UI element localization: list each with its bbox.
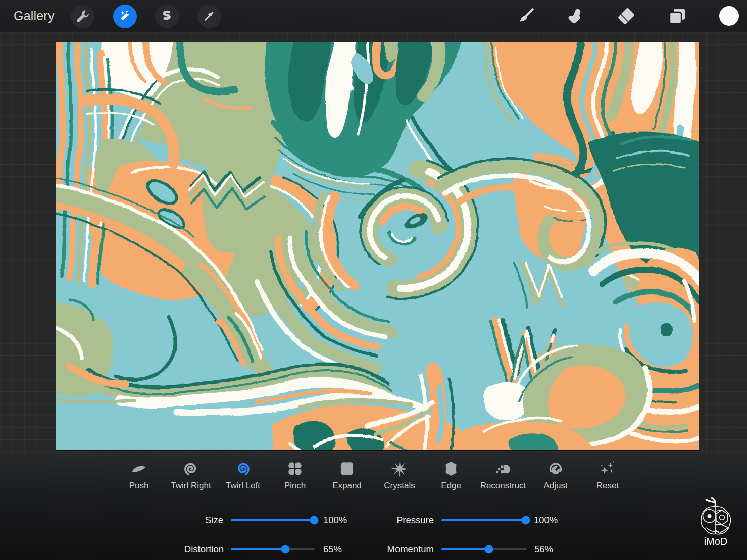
svg-text:iMoD: iMoD [704,536,728,547]
